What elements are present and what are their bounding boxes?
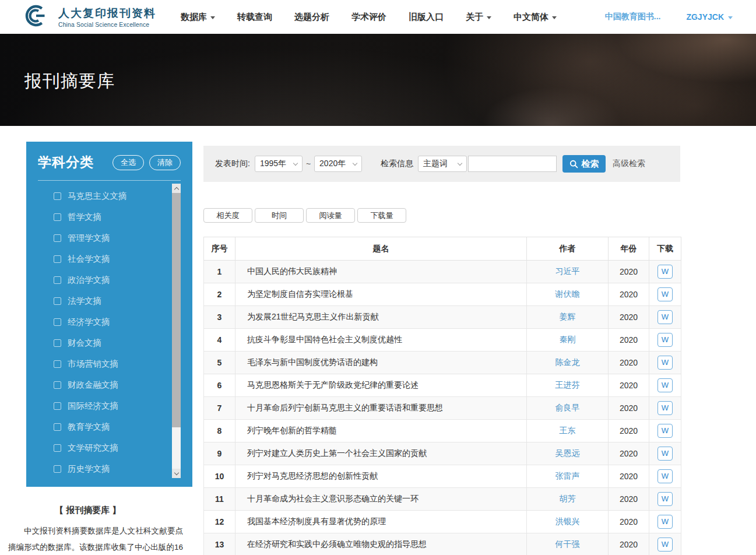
subject-list-item[interactable]: 哲学文摘 — [54, 206, 181, 227]
subject-checkbox[interactable] — [54, 360, 61, 368]
author-link[interactable]: 陈金龙 — [555, 357, 580, 367]
author-link[interactable]: 秦刚 — [560, 335, 576, 344]
nav-item[interactable]: 选题分析 — [294, 12, 329, 23]
author-link[interactable]: 胡芳 — [560, 494, 576, 503]
author-link[interactable]: 俞良早 — [555, 403, 580, 412]
word-download-button[interactable]: W — [657, 265, 673, 279]
subject-list-item[interactable]: 法学文摘 — [54, 290, 181, 311]
subject-checkbox[interactable] — [54, 213, 61, 221]
subject-list-item[interactable]: 国际经济文摘 — [54, 395, 181, 416]
article-title-link[interactable]: 为发展21世纪马克思主义作出新贡献 — [247, 312, 379, 321]
article-title-link[interactable]: 十月革命后列宁创新马克思主义的重要话语和重要思想 — [247, 403, 443, 412]
subject-list-item[interactable]: 政治学文摘 — [54, 269, 181, 290]
search-input[interactable] — [468, 156, 557, 172]
article-title-link[interactable]: 在经济研究和实践中必须确立唯物史观的指导思想 — [247, 539, 427, 549]
subject-checkbox[interactable] — [54, 276, 61, 284]
subject-list-item[interactable]: 社会学文摘 — [54, 248, 181, 269]
author-link[interactable]: 何干强 — [555, 539, 580, 549]
subject-filter-title: 学科分类 — [38, 153, 94, 171]
download-cell: W — [649, 374, 681, 397]
subject-checkbox[interactable] — [54, 423, 61, 431]
advanced-search-link[interactable]: 高级检索 — [613, 159, 645, 169]
nav-item[interactable]: 关于 — [466, 12, 491, 23]
clear-button[interactable]: 清除 — [149, 155, 181, 170]
subject-checkbox[interactable] — [54, 192, 61, 200]
nav-item[interactable]: 旧版入口 — [409, 12, 444, 23]
chevron-down-icon — [210, 16, 215, 19]
article-title-link[interactable]: 马克思恩格斯关于无产阶级政党纪律的重要论述 — [247, 380, 419, 389]
word-download-button[interactable]: W — [657, 424, 673, 438]
subject-list-item[interactable]: 历史学文摘 — [54, 458, 181, 479]
article-title-link[interactable]: 列宁晚年创新的哲学精髓 — [247, 426, 337, 435]
word-download-button[interactable]: W — [657, 356, 673, 370]
nav-item-label: 选题分析 — [294, 12, 329, 23]
sort-button[interactable]: 阅读量 — [306, 208, 355, 223]
subject-list-item[interactable]: 管理学文摘 — [54, 227, 181, 248]
subject-checkbox[interactable] — [54, 339, 61, 347]
year-to-select[interactable]: 2020年 — [314, 156, 362, 172]
nav-item[interactable]: 中文简体 — [514, 12, 557, 23]
word-download-button[interactable]: W — [657, 469, 673, 483]
article-title-link[interactable]: 十月革命成为社会主义意识形态确立的关键一环 — [247, 494, 419, 503]
search-button[interactable]: 检索 — [562, 155, 606, 173]
header-right: 中国教育图书... ZGJYJCK — [605, 12, 733, 22]
subject-checkbox[interactable] — [54, 297, 61, 305]
year-from-select[interactable]: 1995年 — [255, 156, 303, 172]
sort-button[interactable]: 时间 — [255, 208, 304, 223]
subject-list-item[interactable]: 经济学文摘 — [54, 311, 181, 332]
author-link[interactable]: 习近平 — [555, 266, 580, 276]
nav-item[interactable]: 转载查询 — [237, 12, 272, 23]
subject-checkbox[interactable] — [54, 318, 61, 326]
author-link[interactable]: 姜辉 — [560, 312, 576, 321]
subject-checkbox[interactable] — [54, 444, 61, 452]
institution-link[interactable]: 中国教育图书... — [605, 12, 661, 22]
article-title-link[interactable]: 列宁对建立人类历史上第一个社会主义国家的贡献 — [247, 448, 427, 458]
article-title-link[interactable]: 为坚定制度自信夯实理论根基 — [247, 289, 353, 298]
word-download-button[interactable]: W — [657, 333, 673, 347]
sort-button[interactable]: 下载量 — [357, 208, 406, 223]
subject-filter-panel: 学科分类 全选 清除 马克思主义文摘哲学文摘管理学文摘社会学文摘政治学文摘法学文… — [26, 142, 192, 487]
word-download-button[interactable]: W — [657, 538, 673, 552]
author-link[interactable]: 张雷声 — [555, 471, 580, 480]
row-number-cell: 2 — [204, 283, 235, 306]
author-link[interactable]: 洪银兴 — [555, 517, 580, 526]
word-download-button[interactable]: W — [657, 378, 673, 392]
scroll-down-button[interactable] — [172, 469, 181, 478]
subject-list-item[interactable]: 财政金融文摘 — [54, 374, 181, 395]
article-title-link[interactable]: 毛泽东与新中国制度优势话语的建构 — [247, 357, 378, 367]
author-link[interactable]: 谢伏瞻 — [555, 289, 580, 298]
account-menu[interactable]: ZGJYJCK — [686, 12, 733, 22]
word-download-button[interactable]: W — [657, 447, 673, 461]
word-download-button[interactable]: W — [657, 492, 673, 506]
subject-list-item[interactable]: 财会文摘 — [54, 332, 181, 353]
site-logo[interactable]: 人大复印报刊资料 China Social Science Excellence — [23, 3, 156, 30]
subject-list-item[interactable]: 马克思主义文摘 — [54, 185, 181, 206]
author-link[interactable]: 王东 — [560, 426, 576, 435]
subject-checkbox[interactable] — [54, 465, 61, 473]
subject-checkbox[interactable] — [54, 255, 61, 263]
word-download-button[interactable]: W — [657, 287, 673, 301]
subject-list-item[interactable]: 市场营销文摘 — [54, 353, 181, 374]
author-link[interactable]: 王进芬 — [555, 380, 580, 389]
article-title-link[interactable]: 列宁对马克思经济思想的创新性贡献 — [247, 471, 378, 480]
author-link[interactable]: 吴恩远 — [555, 448, 580, 458]
word-download-button[interactable]: W — [657, 515, 673, 529]
nav-item[interactable]: 学术评价 — [351, 12, 386, 23]
subject-checkbox[interactable] — [54, 402, 61, 410]
article-title-link[interactable]: 中国人民的伟大民族精神 — [247, 266, 337, 276]
word-download-button[interactable]: W — [657, 401, 673, 415]
word-download-button[interactable]: W — [657, 310, 673, 324]
scrollbar-thumb[interactable] — [172, 193, 181, 427]
subject-checkbox[interactable] — [54, 234, 61, 242]
article-title-link[interactable]: 我国基本经济制度具有显著优势的原理 — [247, 517, 386, 526]
subject-list-item[interactable]: 教育学文摘 — [54, 416, 181, 437]
sort-button[interactable]: 相关度 — [203, 208, 252, 223]
subject-checkbox[interactable] — [54, 381, 61, 389]
search-field-select[interactable]: 主题词 — [418, 156, 467, 172]
scroll-up-button[interactable] — [172, 184, 181, 193]
sidebar-scrollbar[interactable] — [172, 184, 181, 478]
subject-list-item[interactable]: 文学研究文摘 — [54, 437, 181, 458]
select-all-button[interactable]: 全选 — [112, 155, 144, 170]
article-title-link[interactable]: 抗疫斗争彰显中国特色社会主义制度优越性 — [247, 335, 402, 344]
nav-item[interactable]: 数据库 — [181, 12, 215, 23]
